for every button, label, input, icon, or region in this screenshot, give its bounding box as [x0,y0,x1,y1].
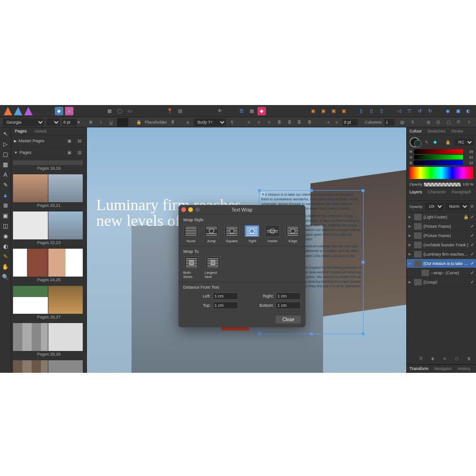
underline-icon[interactable]: U [107,118,115,126]
stroke-tab[interactable]: Stroke [449,127,466,135]
spread[interactable]: Pages 24,25 [13,249,85,282]
blend-mode-select[interactable]: Normal [445,203,469,210]
arrange-forward-icon[interactable]: ▣ [329,107,337,115]
fx-icon[interactable]: fx [441,354,449,363]
visibility-check-icon[interactable]: ✓ [470,224,474,229]
colour-mode-select[interactable]: RGB [455,139,473,146]
add-layer-icon[interactable]: ▢ [453,354,461,363]
layer-row[interactable]: ▶(Luminary firm reaches new)✓ [407,250,476,259]
artistic-text-tool[interactable]: A [1,170,10,179]
eyedropper-icon[interactable]: ✎ [423,138,431,146]
layer-row[interactable]: ▶(Group)✓ [407,278,476,287]
justify-right-icon[interactable]: ≣ [296,118,304,126]
arrange-front-icon[interactable]: ▣ [339,107,348,115]
justify-center-icon[interactable]: ≣ [285,118,294,126]
move-tool[interactable]: ↖ [1,129,10,139]
fi-icon[interactable]: fi [409,118,417,126]
spread[interactable] [13,360,85,373]
align-left-text-icon[interactable]: ≡ [245,118,253,126]
gear-icon[interactable]: ⚙ [470,202,474,211]
arrange-backward-icon[interactable]: ▣ [319,107,327,115]
place-tool[interactable]: ▣ [1,211,10,220]
persona-icon[interactable]: ◆ [55,107,63,115]
persona-icon-2[interactable]: ◆ [65,107,73,115]
dist-bottom-input[interactable] [276,302,301,309]
dist-left-input[interactable] [213,292,238,300]
assets-tab[interactable]: Assets [31,127,51,135]
visibility-check-icon[interactable]: ✓ [470,279,474,284]
fill-tool[interactable]: ◉ [1,231,10,241]
colour-swatch[interactable] [410,137,420,147]
wrap-to-both-sides[interactable]: Both Sides [183,257,200,279]
layer-row[interactable]: ▶(Our mission is to take ou)✓ [407,259,476,268]
dist-top-input[interactable] [213,302,238,309]
align-right-text-icon[interactable]: ≡ [265,118,273,126]
preflight-check-icon[interactable]: ◆ [258,107,266,115]
close-button[interactable]: Close [276,316,301,324]
wrap-style-square[interactable]: Square [224,225,240,243]
colour-tab[interactable]: Colour [407,127,425,135]
colour-picker-tool[interactable]: ✎ [1,252,10,261]
transparency-tool[interactable]: ◐ [1,242,10,251]
spread[interactable]: Pages 20,21 [13,174,85,208]
master-pages-header[interactable]: ▶Master Pages ▣ ▤ [11,135,86,147]
layer-row[interactable]: ▶(Architetti founder Frank )✓ [407,240,476,250]
baseline-grid-icon[interactable]: ⊡ [434,118,443,126]
show-special-icon[interactable]: ⊞ [424,118,433,126]
typography-icon[interactable]: ❡ [169,118,177,126]
layer-row[interactable]: ▶(Light Footer)🔒✓ [407,212,476,222]
layers-tab[interactable]: Layers [407,188,425,200]
rotate-ccw-icon[interactable]: ↺ [416,107,424,115]
flip-h-icon[interactable]: ◁ [395,107,403,115]
font-variant-select[interactable] [46,119,60,126]
vector-crop-tool[interactable]: ◫ [1,221,10,231]
wrap-style-none[interactable]: None [183,225,199,243]
app-logo-photo[interactable] [14,107,22,115]
list-indent-input[interactable] [343,119,357,126]
dist-right-input[interactable] [276,292,301,300]
visibility-check-icon[interactable]: ✓ [470,261,474,266]
wrap-style-inside[interactable]: Inside [264,225,280,243]
zoom-tool[interactable]: 🔍 [1,272,10,282]
opacity-slider[interactable] [424,183,461,186]
visibility-check-icon[interactable]: ✓ [470,214,474,219]
mask-icon[interactable]: ◐ [429,354,437,363]
canvas[interactable]: Luminary firm reachesnew levels of desig… [87,127,406,373]
pages-list[interactable]: Pages 18,19 Pages 20,21 Pages 22,23 Page… [11,159,86,373]
r-slider[interactable] [414,149,463,154]
pen-tool[interactable]: ✎ [1,180,10,190]
help-icon[interactable]: ? [465,118,473,126]
document-icon[interactable]: ▦ [105,107,113,115]
swatches-tab[interactable]: Swatches [425,127,449,135]
transform-icon[interactable]: ◉ [443,107,452,115]
navigator-tab[interactable]: Navigator [431,365,455,372]
rotate-cw-icon[interactable]: ↻ [426,107,434,115]
columns-input[interactable] [384,119,395,126]
resource-icon[interactable]: ◐ [464,107,472,115]
flip-v-icon[interactable]: ▽ [405,107,414,115]
shape-tool[interactable]: ▲ [1,191,10,200]
justify-left-icon[interactable]: ≣ [275,118,284,126]
layer-opacity-select[interactable]: 100 % [425,203,443,210]
preflight-icon[interactable]: ◯ [115,107,124,115]
justify-all-icon[interactable]: ≣ [305,118,314,126]
pages-header[interactable]: ▼Pages ▣ ▤ [11,147,86,159]
spread[interactable]: Pages 18,19 [13,160,85,171]
visibility-check-icon[interactable]: ✓ [470,242,474,247]
visibility-check-icon[interactable]: ✓ [470,233,474,238]
frame-text-tool[interactable]: ▢ [1,150,10,159]
b-slider[interactable] [414,160,463,165]
text-style-select[interactable]: Body 7+ [194,119,226,126]
wrap-icon[interactable]: ▤ [176,107,184,115]
pin-icon[interactable]: 📍 [165,107,174,115]
picture-frame-tool[interactable]: ⊠ [1,201,10,210]
visibility-check-icon[interactable]: ✓ [470,270,474,275]
spectrum-picker[interactable] [410,167,473,179]
textstyles-tab[interactable]: Text Styles [474,188,476,200]
add-master-icon[interactable]: ▣ [65,137,73,145]
paragraph-icon[interactable]: ¶ [228,118,236,126]
align-left-icon[interactable]: ▯ [357,107,365,115]
visibility-check-icon[interactable]: ✓ [470,251,474,257]
pages-tab[interactable]: Pages [11,127,31,135]
delete-layer-icon[interactable]: 🗑 [465,354,473,363]
